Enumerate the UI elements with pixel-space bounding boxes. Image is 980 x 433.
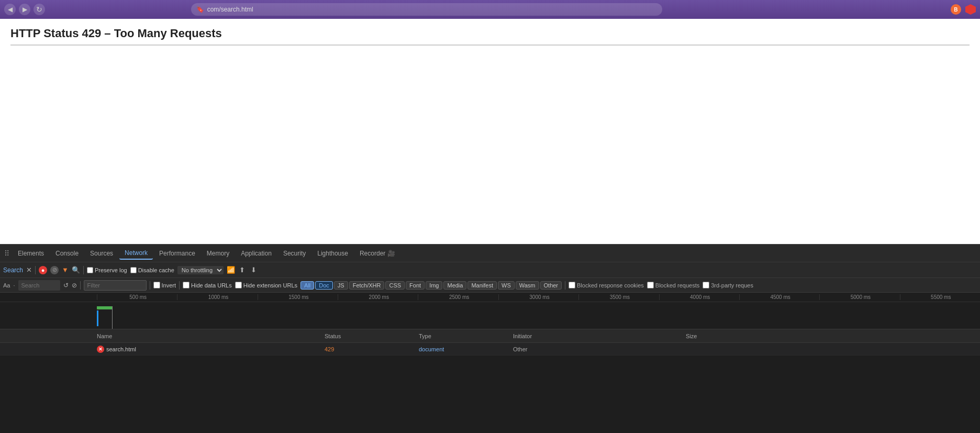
table-row[interactable]: ✕ search.html 429 document Other	[0, 343, 980, 356]
filter-ws[interactable]: WS	[498, 281, 515, 290]
network-toolbar: Search ✕ ● ⊘ ▼ 🔍 Preserve log Disable ca…	[0, 262, 980, 278]
timeline-mark-1500: 1500 ms	[258, 294, 338, 300]
col-name: Name	[0, 333, 325, 339]
timeline-mark-2500: 2500 ms	[418, 294, 498, 300]
filter-media[interactable]: Media	[443, 281, 466, 290]
bookmark-icon: 🔖	[196, 6, 204, 13]
tab-console[interactable]: Console	[50, 248, 84, 259]
invert-input[interactable]	[153, 282, 160, 288]
devtools-tabs-bar: ⠿ Elements Console Sources Network Perfo…	[0, 245, 980, 262]
browser-right: B	[951, 4, 976, 15]
close-search-button[interactable]: ✕	[26, 266, 32, 274]
refresh-icon[interactable]: ↺	[63, 282, 69, 289]
filter-fetch-xhr[interactable]: Fetch/XHR	[349, 281, 385, 290]
third-party-label: 3rd-party reques	[711, 282, 753, 288]
tab-security[interactable]: Security	[278, 248, 311, 259]
record-button[interactable]: ●	[39, 266, 47, 274]
filter-divider-1	[80, 281, 81, 290]
hide-ext-urls-input[interactable]	[235, 282, 242, 288]
network-search-label: Search	[3, 267, 23, 274]
stop-button[interactable]: ⊘	[50, 266, 59, 274]
invert-checkbox[interactable]: Invert	[153, 282, 176, 288]
timeline-mark-3500: 3500 ms	[578, 294, 659, 300]
upload-icon[interactable]: ⬆	[238, 266, 247, 274]
url-display: com/search.html	[207, 6, 253, 13]
filter-divider-2	[150, 281, 150, 290]
disable-cache-checkbox[interactable]: Disable cache	[130, 267, 174, 273]
row-type: document	[419, 346, 513, 352]
clear-icon[interactable]: ⊘	[72, 282, 77, 289]
preserve-log-input[interactable]	[87, 267, 93, 273]
wifi-icon[interactable]: 📶	[227, 266, 235, 274]
tab-elements[interactable]: Elements	[13, 248, 49, 259]
row-status: 429	[325, 346, 419, 352]
timeline-area: 500 ms 1000 ms 1500 ms 2000 ms 2500 ms 3…	[0, 293, 980, 329]
blocked-requests-checkbox[interactable]: Blocked requests	[647, 282, 699, 288]
filter-wasm[interactable]: Wasm	[516, 281, 539, 290]
hide-data-urls-input[interactable]	[183, 282, 190, 288]
filter-all[interactable]: All	[300, 281, 314, 290]
col-initiator: Initiator	[513, 333, 681, 339]
row-name-text: search.html	[106, 346, 136, 352]
row-initiator: Other	[513, 346, 681, 352]
error-icon: ✕	[97, 346, 104, 353]
hide-data-urls-checkbox[interactable]: Hide data URLs	[183, 282, 232, 288]
back-button[interactable]: ◀	[4, 4, 16, 15]
filter-divider-3	[179, 281, 180, 290]
brave-icon: B	[951, 4, 961, 15]
blocked-cookies-label: Blocked response cookies	[577, 282, 644, 288]
tab-recorder[interactable]: Recorder 🎥	[354, 248, 400, 259]
filter-icon[interactable]: ▼	[62, 266, 69, 274]
search-icon[interactable]: 🔍	[72, 266, 80, 274]
timeline-mark-500: 500 ms	[97, 294, 177, 300]
page-title: HTTP Status 429 – Too Many Requests	[10, 27, 970, 46]
timeline-ruler: 500 ms 1000 ms 1500 ms 2000 ms 2500 ms 3…	[0, 293, 980, 302]
filter-other[interactable]: Other	[540, 281, 562, 290]
shield-icon	[965, 4, 976, 15]
blocked-cookies-input[interactable]	[569, 282, 575, 288]
hide-ext-urls-label: Hide extension URLs	[243, 282, 297, 288]
disable-cache-input[interactable]	[130, 267, 137, 273]
disable-cache-label: Disable cache	[138, 267, 174, 273]
tab-network[interactable]: Network	[119, 247, 153, 260]
blocked-cookies-checkbox[interactable]: Blocked response cookies	[569, 282, 644, 288]
third-party-input[interactable]	[703, 282, 709, 288]
tab-lighthouse[interactable]: Lighthouse	[312, 248, 353, 259]
tab-application[interactable]: Application	[236, 248, 277, 259]
refresh-button[interactable]: ↻	[34, 4, 45, 15]
hide-ext-urls-checkbox[interactable]: Hide extension URLs	[235, 282, 297, 288]
devtools-grip-icon: ⠿	[4, 249, 9, 258]
tab-sources[interactable]: Sources	[85, 248, 118, 259]
tab-performance[interactable]: Performance	[154, 248, 201, 259]
search-filter-bar: Aa · ↺ ⊘ Invert Hide data URLs Hide exte…	[0, 278, 980, 293]
preserve-log-checkbox[interactable]: Preserve log	[87, 267, 127, 273]
timeline-blue-bar	[97, 310, 98, 326]
blocked-requests-label: Blocked requests	[655, 282, 699, 288]
col-size: Size	[681, 333, 697, 339]
search-input[interactable]	[18, 280, 60, 291]
filter-doc[interactable]: Doc	[315, 281, 333, 290]
third-party-checkbox[interactable]: 3rd-party reques	[703, 282, 753, 288]
toolbar-divider-2	[83, 266, 84, 274]
filter-manifest[interactable]: Manifest	[467, 281, 497, 290]
col-type: Type	[419, 333, 513, 339]
preserve-log-label: Preserve log	[95, 267, 127, 273]
timeline-mark-4000: 4000 ms	[659, 294, 739, 300]
download-icon[interactable]: ⬇	[250, 266, 258, 274]
throttle-select[interactable]: No throttling	[177, 266, 224, 274]
filter-css[interactable]: CSS	[385, 281, 405, 290]
devtools-panel: ⠿ Elements Console Sources Network Perfo…	[0, 244, 980, 433]
timeline-marks: 500 ms 1000 ms 1500 ms 2000 ms 2500 ms 3…	[0, 294, 980, 300]
timeline-mark-3000: 3000 ms	[498, 294, 578, 300]
address-bar[interactable]: 🔖 com/search.html	[191, 3, 662, 16]
forward-button[interactable]: ▶	[19, 4, 30, 15]
filter-font[interactable]: Font	[406, 281, 425, 290]
filter-img[interactable]: Img	[426, 281, 442, 290]
filter-input[interactable]	[84, 280, 147, 291]
filter-js[interactable]: JS	[334, 281, 348, 290]
filter-divider-4	[565, 281, 565, 290]
tab-memory[interactable]: Memory	[202, 248, 235, 259]
network-table: Name Status Type Initiator Size ✕ search…	[0, 329, 980, 433]
blocked-requests-input[interactable]	[647, 282, 654, 288]
aa-label: Aa	[3, 282, 10, 288]
